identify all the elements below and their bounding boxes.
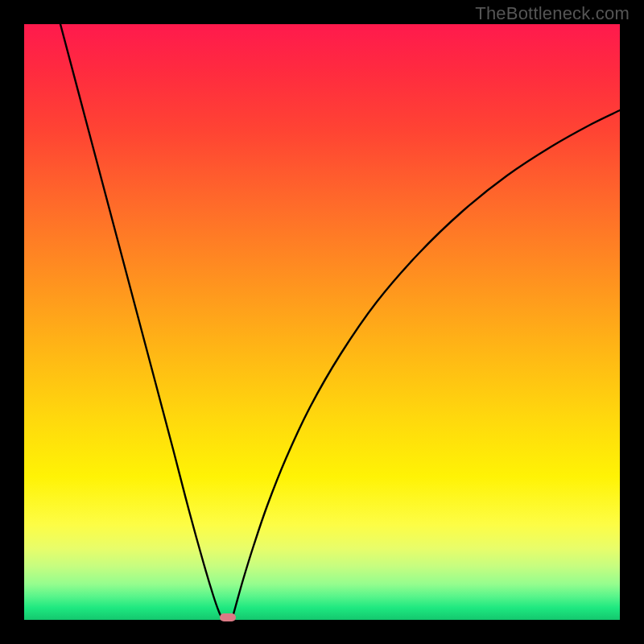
curve-left-branch	[60, 24, 223, 620]
curve-right-branch	[232, 110, 620, 620]
curve-svg	[24, 24, 620, 620]
minimum-marker	[220, 613, 236, 621]
watermark-text: TheBottleneck.com	[475, 3, 630, 24]
chart-plot-area	[24, 24, 620, 620]
